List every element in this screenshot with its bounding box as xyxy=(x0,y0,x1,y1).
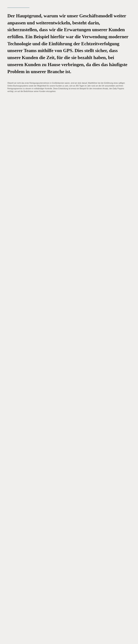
page-container: Der Hauptgrund, warum wir unser Geschäft… xyxy=(0,0,138,644)
main-paragraph: Der Hauptgrund, warum wir unser Geschäft… xyxy=(7,12,131,75)
small-paragraph: Obwohl wir nicht das erste Reinigungsunt… xyxy=(7,82,131,93)
top-border-decoration xyxy=(7,8,29,8)
